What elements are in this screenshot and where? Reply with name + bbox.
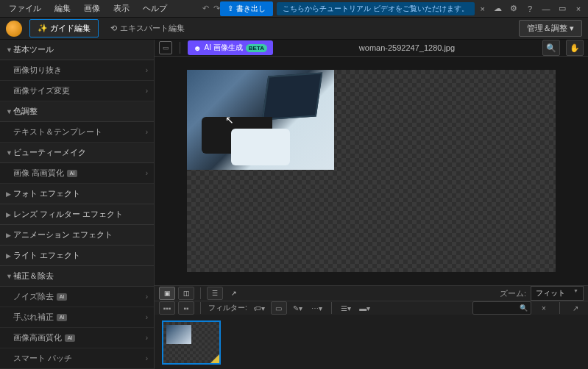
sliders-icon: ⟲	[110, 24, 117, 33]
histogram-icon[interactable]: ☰	[207, 287, 223, 300]
separator	[331, 302, 332, 314]
search-input[interactable]: 🔍	[472, 301, 531, 315]
menu-file[interactable]: ファイル	[3, 1, 47, 16]
main-area: ▼ 基本ツール画像切り抜き›画像サイズ変更›▼ 色調整テキスト＆テンプレート›▼…	[0, 40, 588, 369]
sort-icon[interactable]: ☰▾	[338, 301, 354, 315]
sidebar-item-label: 画像切り抜き	[13, 65, 62, 76]
top-menu: ファイル 編集 画像 表示 ヘルプ	[3, 1, 173, 16]
sidebar-item[interactable]: 画像高画質化AI›	[0, 328, 154, 348]
sidebar-category[interactable]: ▼ 基本ツール	[0, 40, 154, 60]
minimize-icon[interactable]: —	[539, 2, 553, 15]
sidebar-category-label: フォト エフェクト	[13, 188, 80, 199]
zoom-select[interactable]: フィット	[531, 286, 584, 301]
viewport[interactable]: ↖	[155, 57, 588, 285]
sidebar-item-label: 画像サイズ変更	[13, 85, 70, 96]
image-preview[interactable]	[187, 70, 334, 170]
current-filename: woman-2592247_1280.jpg	[277, 43, 536, 52]
manage-label: 管理＆調整	[527, 24, 567, 32]
sidebar-item-label: 手ぶれ補正	[13, 312, 54, 323]
sidebar-category[interactable]: ▶ アニメーション エフェクト	[0, 225, 154, 246]
single-view-icon[interactable]: ▣	[159, 287, 175, 300]
sidebar-category[interactable]: ▼ 補正＆除去	[0, 266, 154, 287]
tutorial-banner[interactable]: こちらからチュートリアル ビデオをご覧いただけます。	[277, 2, 475, 15]
zoom-controls: ズーム: フィット	[500, 286, 584, 301]
thumbnail[interactable]	[162, 320, 221, 365]
arrow-down-icon: ▼	[6, 149, 13, 157]
sidebar-item-label: 画像高画質化	[13, 332, 62, 343]
sidebar-category[interactable]: ▼ ビューティーメイク	[0, 143, 154, 163]
arrow-down-icon: ▼	[6, 46, 13, 54]
expert-edit-tab[interactable]: ⟲ エキスパート編集	[110, 23, 185, 34]
filter-bar-right: 🔍 × ↗	[472, 301, 584, 315]
filter-rect-icon[interactable]: ▭	[271, 301, 287, 315]
settings-icon[interactable]: ⚙	[507, 2, 520, 15]
eyedropper-icon[interactable]: ↗	[226, 287, 242, 300]
zoom-tool-icon[interactable]: 🔍	[542, 40, 560, 56]
undo-icon[interactable]: ↶	[202, 4, 209, 13]
sidebar-item[interactable]: スマート パッチ›	[0, 348, 154, 369]
filter-tags-icon[interactable]: 🏷▾	[252, 301, 268, 315]
thumb-small-icon[interactable]: ▪▪▪	[159, 301, 175, 315]
ai-face-icon: ☻	[194, 44, 202, 52]
stack-icon[interactable]: ▬▾	[357, 301, 373, 315]
close-banner-icon[interactable]: ×	[478, 4, 488, 13]
help-icon[interactable]: ?	[523, 2, 536, 15]
external-link-icon[interactable]: ↗	[567, 301, 584, 315]
manage-adjust-button[interactable]: 管理＆調整 ▾	[519, 20, 582, 37]
chevron-down-icon: ▾	[570, 24, 574, 32]
sidebar-item[interactable]: ノイズ除去AI›	[0, 287, 154, 307]
sidebar-category[interactable]: ▼ 色調整	[0, 101, 154, 122]
sidebar-item[interactable]: 画像 高画質化AI›	[0, 163, 154, 184]
guide-edit-label: ガイド編集	[50, 24, 91, 32]
separator	[559, 302, 560, 314]
arrow-down-icon: ▼	[6, 108, 13, 115]
ai-badge-icon: AI	[65, 334, 75, 342]
separator	[200, 302, 201, 314]
menu-edit[interactable]: 編集	[49, 1, 77, 16]
menu-view[interactable]: 表示	[107, 1, 135, 16]
arrow-right-icon: ▶	[6, 252, 13, 259]
sidebar-item[interactable]: 画像切り抜き›	[0, 60, 154, 81]
separator	[200, 287, 201, 299]
chevron-right-icon: ›	[146, 313, 148, 321]
thumbnail-strip	[155, 315, 588, 369]
filter-edit-icon[interactable]: ✎▾	[290, 301, 306, 315]
sidebar-category-label: 基本ツール	[13, 44, 54, 55]
sidebar-category[interactable]: ▶ ライト エフェクト	[0, 246, 154, 266]
sidebar-category-label: 色調整	[13, 106, 38, 117]
view-modes-bar: ▣ ◫ ☰ ↗ ズーム: フィット	[155, 285, 588, 301]
ai-badge-icon: AI	[67, 170, 77, 177]
filter-bar: ▪▪▪ ▪▪ フィルター: 🏷▾ ▭ ✎▾ ⋯▾ ☰▾ ▬▾ 🔍 × ↗	[155, 301, 588, 315]
sidebar-item[interactable]: 手ぶれ補正AI›	[0, 307, 154, 328]
sidebar-item[interactable]: 画像サイズ変更›	[0, 81, 154, 101]
sidebar-category-label: アニメーション エフェクト	[13, 229, 113, 240]
sidebar-item[interactable]: テキスト＆テンプレート›	[0, 122, 154, 143]
sidebar: ▼ 基本ツール画像切り抜き›画像サイズ変更›▼ 色調整テキスト＆テンプレート›▼…	[0, 40, 155, 369]
filter-label: フィルター:	[208, 303, 247, 313]
compare-view-icon[interactable]: ◫	[178, 287, 194, 300]
chevron-right-icon: ›	[146, 66, 148, 74]
menu-image[interactable]: 画像	[78, 1, 106, 16]
export-button[interactable]: ⇪ 書き出し	[220, 1, 273, 16]
menu-help[interactable]: ヘルプ	[137, 1, 173, 16]
open-folder-icon[interactable]: ▭	[159, 41, 172, 54]
thumb-large-icon[interactable]: ▪▪	[178, 301, 194, 315]
filter-more-icon[interactable]: ⋯▾	[309, 301, 325, 315]
clear-search-icon[interactable]: ×	[536, 301, 552, 315]
guide-edit-tab[interactable]: ✨ ガイド編集	[29, 19, 99, 37]
maximize-icon[interactable]: ▭	[556, 2, 569, 15]
ai-gen-label: AI 画像生成	[205, 43, 243, 53]
sidebar-category[interactable]: ▶ レンズ フィルター エフェクト	[0, 204, 154, 225]
close-window-icon[interactable]: ×	[572, 2, 585, 15]
chevron-right-icon: ›	[146, 293, 148, 301]
sidebar-category-label: ライト エフェクト	[13, 250, 80, 261]
chevron-right-icon: ›	[146, 87, 148, 95]
arrow-down-icon: ▼	[6, 273, 13, 280]
ai-generate-button[interactable]: ☻ AI 画像生成 BETA	[188, 40, 273, 55]
sidebar-item-label: テキスト＆テンプレート	[13, 126, 102, 137]
mode-bar: ✨ ガイド編集 ⟲ エキスパート編集 管理＆調整 ▾	[0, 18, 588, 40]
pan-tool-icon[interactable]: ✋	[566, 40, 584, 56]
sidebar-category[interactable]: ▶ フォト エフェクト	[0, 184, 154, 204]
cloud-icon[interactable]: ☁	[491, 2, 504, 15]
redo-icon[interactable]: ↷	[213, 4, 220, 13]
